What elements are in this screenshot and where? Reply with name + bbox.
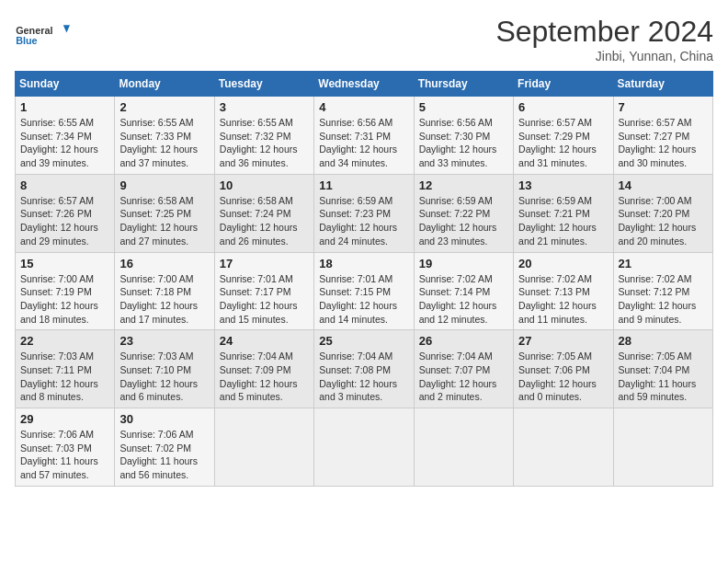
day-number: 19 [419, 257, 508, 270]
day-number: 27 [518, 334, 608, 348]
day-info: Sunrise: 7:05 AM Sunset: 7:06 PM Dayligh… [518, 350, 608, 404]
day-info: Sunrise: 7:00 AM Sunset: 7:18 PM Dayligh… [119, 272, 209, 327]
svg-marker-2 [63, 25, 70, 32]
weekday-header-sunday: Sunday [16, 72, 115, 97]
day-number: 25 [319, 334, 408, 348]
day-number: 29 [20, 412, 109, 426]
svg-text:Blue: Blue [16, 35, 37, 46]
day-info: Sunrise: 6:58 AM Sunset: 7:25 PM Dayligh… [119, 194, 209, 248]
calendar-cell: 15Sunrise: 7:00 AM Sunset: 7:19 PM Dayli… [16, 252, 115, 330]
day-number: 28 [619, 334, 708, 348]
day-number: 15 [20, 257, 109, 270]
calendar-cell: 7Sunrise: 6:57 AM Sunset: 7:27 PM Daylig… [613, 97, 712, 175]
day-number: 6 [518, 100, 608, 114]
day-info: Sunrise: 7:05 AM Sunset: 7:04 PM Dayligh… [619, 350, 708, 404]
calendar-week-row: 8Sunrise: 6:57 AM Sunset: 7:26 PM Daylig… [16, 174, 713, 252]
day-number: 1 [20, 100, 109, 114]
calendar-cell: 10Sunrise: 6:58 AM Sunset: 7:24 PM Dayli… [214, 174, 313, 252]
calendar-cell: 5Sunrise: 6:56 AM Sunset: 7:30 PM Daylig… [414, 97, 513, 175]
calendar-cell: 24Sunrise: 7:04 AM Sunset: 7:09 PM Dayli… [214, 330, 313, 408]
calendar-cell: 22Sunrise: 7:03 AM Sunset: 7:11 PM Dayli… [16, 330, 115, 408]
day-info: Sunrise: 7:03 AM Sunset: 7:11 PM Dayligh… [20, 350, 109, 404]
calendar-cell: 16Sunrise: 7:00 AM Sunset: 7:18 PM Dayli… [115, 252, 214, 330]
day-info: Sunrise: 6:57 AM Sunset: 7:27 PM Dayligh… [619, 116, 708, 170]
day-number: 11 [319, 178, 408, 192]
day-info: Sunrise: 6:55 AM Sunset: 7:32 PM Dayligh… [220, 116, 309, 170]
calendar-cell: 4Sunrise: 6:56 AM Sunset: 7:31 PM Daylig… [314, 97, 414, 175]
day-info: Sunrise: 6:59 AM Sunset: 7:22 PM Dayligh… [419, 194, 508, 248]
calendar-cell: 11Sunrise: 6:59 AM Sunset: 7:23 PM Dayli… [314, 174, 414, 252]
day-number: 20 [518, 257, 608, 270]
day-number: 23 [119, 334, 209, 348]
calendar-table: SundayMondayTuesdayWednesdayThursdayFrid… [15, 71, 713, 487]
day-number: 7 [619, 100, 708, 114]
day-info: Sunrise: 7:01 AM Sunset: 7:17 PM Dayligh… [220, 272, 309, 327]
calendar-cell [314, 408, 414, 487]
day-info: Sunrise: 7:04 AM Sunset: 7:07 PM Dayligh… [419, 350, 508, 404]
day-number: 2 [119, 100, 209, 114]
calendar-cell: 20Sunrise: 7:02 AM Sunset: 7:13 PM Dayli… [514, 252, 613, 330]
calendar-cell: 28Sunrise: 7:05 AM Sunset: 7:04 PM Dayli… [613, 330, 712, 408]
day-number: 9 [119, 178, 209, 192]
calendar-week-row: 29Sunrise: 7:06 AM Sunset: 7:03 PM Dayli… [16, 408, 713, 487]
calendar-cell: 25Sunrise: 7:04 AM Sunset: 7:08 PM Dayli… [314, 330, 414, 408]
day-number: 5 [419, 100, 508, 114]
day-info: Sunrise: 6:56 AM Sunset: 7:31 PM Dayligh… [319, 116, 408, 170]
calendar-cell: 17Sunrise: 7:01 AM Sunset: 7:17 PM Dayli… [214, 252, 313, 330]
calendar-cell: 30Sunrise: 7:06 AM Sunset: 7:02 PM Dayli… [115, 408, 214, 487]
day-number: 4 [319, 100, 408, 114]
day-number: 8 [20, 178, 109, 192]
day-number: 14 [619, 178, 708, 192]
calendar-cell: 19Sunrise: 7:02 AM Sunset: 7:14 PM Dayli… [414, 252, 513, 330]
day-info: Sunrise: 6:57 AM Sunset: 7:29 PM Dayligh… [518, 116, 608, 170]
calendar-cell [613, 408, 712, 487]
day-info: Sunrise: 6:59 AM Sunset: 7:21 PM Dayligh… [518, 194, 608, 248]
calendar-cell [214, 408, 313, 487]
weekday-header-thursday: Thursday [414, 72, 513, 97]
calendar-cell: 3Sunrise: 6:55 AM Sunset: 7:32 PM Daylig… [214, 97, 313, 175]
day-number: 18 [319, 257, 408, 270]
day-info: Sunrise: 7:00 AM Sunset: 7:19 PM Dayligh… [20, 272, 109, 327]
day-info: Sunrise: 6:59 AM Sunset: 7:23 PM Dayligh… [319, 194, 408, 248]
day-number: 10 [220, 178, 309, 192]
calendar-cell: 21Sunrise: 7:02 AM Sunset: 7:12 PM Dayli… [613, 252, 712, 330]
day-info: Sunrise: 7:02 AM Sunset: 7:14 PM Dayligh… [419, 272, 508, 327]
day-info: Sunrise: 6:55 AM Sunset: 7:33 PM Dayligh… [119, 116, 209, 170]
day-info: Sunrise: 7:00 AM Sunset: 7:20 PM Dayligh… [619, 194, 708, 248]
calendar-cell: 14Sunrise: 7:00 AM Sunset: 7:20 PM Dayli… [613, 174, 712, 252]
day-info: Sunrise: 7:04 AM Sunset: 7:09 PM Dayligh… [220, 350, 309, 404]
location-subtitle: Jinbi, Yunnan, China [495, 49, 713, 63]
day-number: 3 [220, 100, 309, 114]
calendar-week-row: 15Sunrise: 7:00 AM Sunset: 7:19 PM Dayli… [16, 252, 713, 330]
calendar-cell: 2Sunrise: 6:55 AM Sunset: 7:33 PM Daylig… [115, 97, 214, 175]
day-number: 13 [518, 178, 608, 192]
weekday-header-tuesday: Tuesday [214, 72, 313, 97]
day-number: 21 [619, 257, 708, 270]
svg-text:General: General [16, 25, 52, 36]
calendar-cell [414, 408, 513, 487]
calendar-cell: 6Sunrise: 6:57 AM Sunset: 7:29 PM Daylig… [514, 97, 613, 175]
calendar-cell: 12Sunrise: 6:59 AM Sunset: 7:22 PM Dayli… [414, 174, 513, 252]
calendar-cell [514, 408, 613, 487]
day-info: Sunrise: 7:02 AM Sunset: 7:12 PM Dayligh… [619, 272, 708, 327]
calendar-cell: 13Sunrise: 6:59 AM Sunset: 7:21 PM Dayli… [514, 174, 613, 252]
day-info: Sunrise: 6:57 AM Sunset: 7:26 PM Dayligh… [20, 194, 109, 248]
month-title: September 2024 [495, 15, 713, 49]
logo-svg: General Blue [15, 15, 70, 55]
day-number: 17 [220, 257, 309, 270]
calendar-cell: 23Sunrise: 7:03 AM Sunset: 7:10 PM Dayli… [115, 330, 214, 408]
calendar-week-row: 22Sunrise: 7:03 AM Sunset: 7:11 PM Dayli… [16, 330, 713, 408]
calendar-cell: 26Sunrise: 7:04 AM Sunset: 7:07 PM Dayli… [414, 330, 513, 408]
day-info: Sunrise: 7:02 AM Sunset: 7:13 PM Dayligh… [518, 272, 608, 327]
weekday-header-friday: Friday [514, 72, 613, 97]
calendar-cell: 1Sunrise: 6:55 AM Sunset: 7:34 PM Daylig… [16, 97, 115, 175]
day-info: Sunrise: 7:04 AM Sunset: 7:08 PM Dayligh… [319, 350, 408, 404]
day-number: 12 [419, 178, 508, 192]
day-info: Sunrise: 6:58 AM Sunset: 7:24 PM Dayligh… [220, 194, 309, 248]
calendar-cell: 8Sunrise: 6:57 AM Sunset: 7:26 PM Daylig… [16, 174, 115, 252]
weekday-header-monday: Monday [115, 72, 214, 97]
weekday-header-saturday: Saturday [613, 72, 712, 97]
logo: General Blue [15, 15, 70, 55]
weekday-header-wednesday: Wednesday [314, 72, 414, 97]
day-info: Sunrise: 6:55 AM Sunset: 7:34 PM Dayligh… [20, 116, 109, 170]
